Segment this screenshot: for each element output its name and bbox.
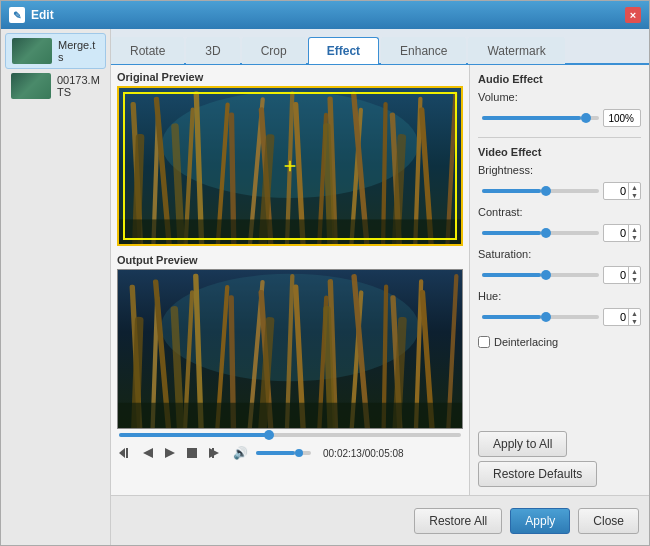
saturation-down[interactable]: ▼ xyxy=(629,275,640,283)
apply-button[interactable]: Apply xyxy=(510,508,570,534)
time-display: 00:02:13/00:05:08 xyxy=(323,448,404,459)
content-area: Merge.ts 00173.MTS Rotate 3D Crop Effect… xyxy=(1,29,649,545)
crop-overlay xyxy=(123,92,457,240)
tab-rotate[interactable]: Rotate xyxy=(111,37,184,64)
contrast-slider-track[interactable] xyxy=(482,231,599,235)
sidebar: Merge.ts 00173.MTS xyxy=(1,29,111,545)
volume-control-row xyxy=(478,109,641,127)
sidebar-item-file[interactable]: 00173.MTS xyxy=(5,69,106,103)
brightness-up[interactable]: ▲ xyxy=(629,183,640,191)
tab-effect[interactable]: Effect xyxy=(308,37,379,64)
sidebar-item-merge[interactable]: Merge.ts xyxy=(5,33,106,69)
volume-value-box xyxy=(603,109,641,127)
saturation-control-row: ▲ ▼ xyxy=(478,266,641,284)
volume-slider[interactable] xyxy=(256,451,311,455)
window-icon: ✎ xyxy=(9,7,25,23)
saturation-label: Saturation: xyxy=(478,248,543,260)
contrast-input[interactable] xyxy=(604,227,628,239)
hue-up[interactable]: ▲ xyxy=(629,309,640,317)
progress-track[interactable] xyxy=(119,433,461,437)
contrast-slider-thumb[interactable] xyxy=(541,228,551,238)
volume-icon: 🔊 xyxy=(233,446,248,460)
saturation-input[interactable] xyxy=(604,269,628,281)
svg-rect-59 xyxy=(126,448,128,458)
close-dialog-button[interactable]: Close xyxy=(578,508,639,534)
right-panel: Audio Effect Volume: Vi xyxy=(469,65,649,495)
hue-control-row: ▲ ▼ xyxy=(478,308,641,326)
volume-row: Volume: xyxy=(478,91,641,103)
contrast-label: Contrast: xyxy=(478,206,543,218)
volume-input[interactable] xyxy=(604,113,636,124)
window-title: Edit xyxy=(31,8,625,22)
contrast-value-box: ▲ ▼ xyxy=(603,224,641,242)
close-button[interactable]: × xyxy=(625,7,641,23)
sidebar-item-label-file: 00173.MTS xyxy=(57,74,100,98)
hue-down[interactable]: ▼ xyxy=(629,317,640,325)
output-preview-label: Output Preview xyxy=(117,254,463,266)
deinterlacing-label: Deinterlacing xyxy=(494,336,558,348)
hue-spinner: ▲ ▼ xyxy=(628,309,640,325)
main-panel: Rotate 3D Crop Effect Enhance Watermark … xyxy=(111,29,649,545)
stop-button[interactable] xyxy=(183,444,201,462)
contrast-up[interactable]: ▲ xyxy=(629,225,640,233)
contrast-control-row: ▲ ▼ xyxy=(478,224,641,242)
saturation-up[interactable]: ▲ xyxy=(629,267,640,275)
volume-slider-track[interactable] xyxy=(482,116,599,120)
restore-defaults-button[interactable]: Restore Defaults xyxy=(478,461,597,487)
next-frame-button[interactable] xyxy=(205,444,223,462)
restore-all-button[interactable]: Restore All xyxy=(414,508,502,534)
separator-1 xyxy=(478,137,641,138)
brightness-spinner: ▲ ▼ xyxy=(628,183,640,199)
brightness-slider-track[interactable] xyxy=(482,189,599,193)
svg-marker-61 xyxy=(165,448,175,458)
svg-rect-64 xyxy=(212,448,214,458)
brightness-control-row: ▲ ▼ xyxy=(478,182,641,200)
contrast-down[interactable]: ▼ xyxy=(629,233,640,241)
edit-window: ✎ Edit × Merge.ts 00173.MTS Rota xyxy=(0,0,650,546)
tab-crop[interactable]: Crop xyxy=(242,37,306,64)
deinterlacing-checkbox[interactable] xyxy=(478,336,490,348)
video-effect-title: Video Effect xyxy=(478,146,641,158)
audio-effect-title: Audio Effect xyxy=(478,73,641,85)
hue-label-row: Hue: xyxy=(478,290,641,302)
video-panel: Original Preview xyxy=(111,65,469,495)
volume-thumb[interactable] xyxy=(295,449,303,457)
play-button[interactable] xyxy=(161,444,179,462)
saturation-label-row: Saturation: xyxy=(478,248,641,260)
saturation-slider-track[interactable] xyxy=(482,273,599,277)
contrast-spinner: ▲ ▼ xyxy=(628,225,640,241)
original-scene xyxy=(119,88,461,244)
tabs-bar: Rotate 3D Crop Effect Enhance Watermark xyxy=(111,29,649,65)
volume-slider-thumb[interactable] xyxy=(581,113,591,123)
apply-to-all-button[interactable]: Apply to All xyxy=(478,431,567,457)
svg-rect-57 xyxy=(118,403,462,428)
brightness-label: Brightness: xyxy=(478,164,543,176)
output-preview xyxy=(117,269,463,429)
svg-marker-58 xyxy=(119,448,125,458)
original-preview xyxy=(117,86,463,246)
prev-frame-button[interactable] xyxy=(139,444,157,462)
title-bar: ✎ Edit × xyxy=(1,1,649,29)
saturation-slider-thumb[interactable] xyxy=(541,270,551,280)
tab-3d[interactable]: 3D xyxy=(186,37,239,64)
brightness-slider-thumb[interactable] xyxy=(541,186,551,196)
progress-thumb[interactable] xyxy=(264,430,274,440)
hue-label: Hue: xyxy=(478,290,543,302)
hue-value-box: ▲ ▼ xyxy=(603,308,641,326)
tab-enhance[interactable]: Enhance xyxy=(381,37,466,64)
progress-bar-area xyxy=(117,433,463,437)
svg-marker-60 xyxy=(143,448,153,458)
hue-slider-track[interactable] xyxy=(482,315,599,319)
hue-slider-thumb[interactable] xyxy=(541,312,551,322)
tab-watermark[interactable]: Watermark xyxy=(468,37,564,64)
brightness-label-row: Brightness: xyxy=(478,164,641,176)
skip-back-button[interactable] xyxy=(117,444,135,462)
brightness-value-box: ▲ ▼ xyxy=(603,182,641,200)
brightness-input[interactable] xyxy=(604,185,628,197)
saturation-value-box: ▲ ▼ xyxy=(603,266,641,284)
bottom-bar: Restore All Apply Close xyxy=(111,495,649,545)
sidebar-item-label-merge: Merge.ts xyxy=(58,39,99,63)
hue-input[interactable] xyxy=(604,311,628,323)
brightness-down[interactable]: ▼ xyxy=(629,191,640,199)
deinterlacing-row: Deinterlacing xyxy=(478,336,641,348)
